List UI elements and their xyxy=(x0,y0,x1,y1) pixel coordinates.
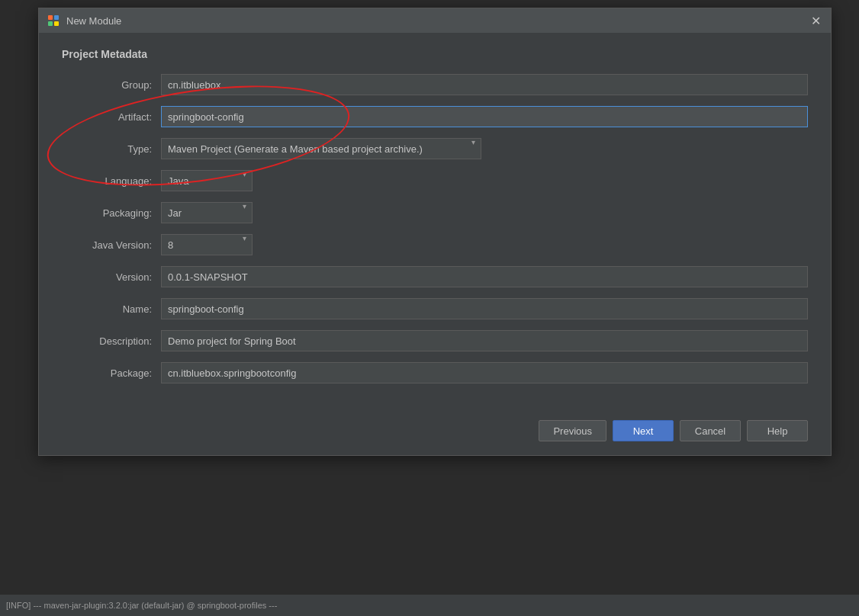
group-input[interactable] xyxy=(161,74,808,95)
svg-rect-1 xyxy=(54,15,59,20)
name-label: Name: xyxy=(62,303,161,315)
dialog-overlay: [INFO] --- maven-jar-plugin:3.2.0:jar (d… xyxy=(0,0,859,616)
version-row: Version: xyxy=(62,266,808,287)
name-row: Name: xyxy=(62,298,808,319)
next-button[interactable]: Next xyxy=(613,420,674,441)
version-label: Version: xyxy=(62,271,161,283)
packaging-select[interactable]: Jar War xyxy=(161,202,253,223)
java-version-select[interactable]: 8 11 17 xyxy=(161,234,253,255)
type-select-wrapper: Maven Project (Generate a Maven based pr… xyxy=(161,138,808,159)
packaging-row: Packaging: Jar War ▾ xyxy=(62,202,808,223)
language-select[interactable]: Java Kotlin Groovy xyxy=(161,170,253,191)
package-row: Package: xyxy=(62,362,808,383)
description-label: Description: xyxy=(62,335,161,347)
svg-rect-3 xyxy=(54,21,59,26)
java-version-row: Java Version: 8 11 17 ▾ xyxy=(62,234,808,255)
bottom-bar: [INFO] --- maven-jar-plugin:3.2.0:jar (d… xyxy=(0,595,859,616)
close-button[interactable]: ✕ xyxy=(808,13,823,28)
svg-rect-0 xyxy=(48,15,53,20)
language-label: Language: xyxy=(62,175,161,187)
type-row: Type: Maven Project (Generate a Maven ba… xyxy=(62,138,808,159)
previous-button[interactable]: Previous xyxy=(539,420,606,441)
dialog-title-left: New Module xyxy=(47,14,121,27)
name-input[interactable] xyxy=(161,298,808,319)
type-label: Type: xyxy=(62,143,161,155)
dialog-footer: Previous Next Cancel Help xyxy=(39,409,831,455)
new-module-dialog: New Module ✕ Project Metadata Group: Art… xyxy=(38,8,832,456)
group-label: Group: xyxy=(62,79,161,91)
description-row: Description: xyxy=(62,330,808,351)
version-input[interactable] xyxy=(161,266,808,287)
artifact-row: Artifact: xyxy=(62,106,808,127)
java-version-label: Java Version: xyxy=(62,239,161,251)
help-button[interactable]: Help xyxy=(747,420,808,441)
module-icon xyxy=(47,14,60,27)
packaging-label: Packaging: xyxy=(62,207,161,219)
description-input[interactable] xyxy=(161,330,808,351)
language-row: Language: Java Kotlin Groovy ▾ xyxy=(62,170,808,191)
package-label: Package: xyxy=(62,367,161,379)
dialog-title: New Module xyxy=(66,15,121,27)
dialog-body: Project Metadata Group: Artifact: Type: xyxy=(39,33,831,409)
cancel-button[interactable]: Cancel xyxy=(680,420,741,441)
svg-rect-2 xyxy=(48,21,53,26)
type-select[interactable]: Maven Project (Generate a Maven based pr… xyxy=(161,138,481,159)
artifact-label: Artifact: xyxy=(62,111,161,123)
artifact-input[interactable] xyxy=(161,106,808,127)
package-input[interactable] xyxy=(161,362,808,383)
dialog-titlebar: New Module ✕ xyxy=(39,8,831,33)
bottom-bar-text: [INFO] --- maven-jar-plugin:3.2.0:jar (d… xyxy=(6,601,277,610)
group-row: Group: xyxy=(62,74,808,95)
section-title: Project Metadata xyxy=(62,48,808,60)
